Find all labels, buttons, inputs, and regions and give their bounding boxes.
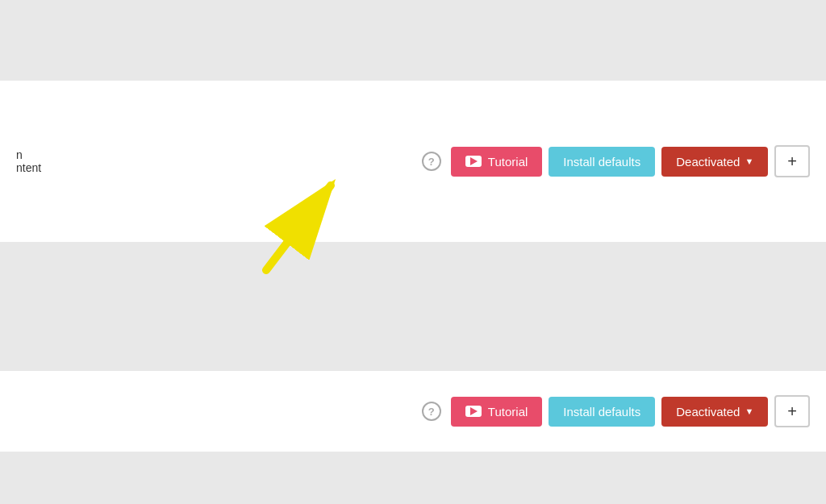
dropdown-arrow-top: ▼ (745, 156, 753, 166)
left-text-top: n ntent (16, 148, 41, 174)
btn-row-top: Tutorial Install defaults Deactivated ▼ … (451, 145, 810, 177)
page-wrapper: n ntent ? Tutorial Install defaults Deac… (0, 0, 826, 504)
dropdown-arrow-bottom: ▼ (745, 406, 753, 416)
tutorial-button-top[interactable]: Tutorial (451, 147, 542, 177)
plus-button-bottom[interactable]: + (774, 395, 810, 427)
card-bottom: ? Tutorial Install defaults Deactivated … (0, 371, 826, 452)
youtube-icon-top (465, 156, 482, 167)
question-icon-top[interactable]: ? (422, 152, 441, 171)
question-icon-bottom[interactable]: ? (422, 402, 441, 421)
install-defaults-button-top[interactable]: Install defaults (549, 147, 655, 177)
left-line-1: n (16, 148, 41, 161)
deactivated-button-top[interactable]: Deactivated ▼ (661, 147, 768, 177)
btn-row-bottom: Tutorial Install defaults Deactivated ▼ … (451, 395, 810, 427)
tutorial-button-bottom[interactable]: Tutorial (451, 397, 542, 427)
card-bottom-content: ? Tutorial Install defaults Deactivated … (0, 395, 826, 427)
install-defaults-button-bottom[interactable]: Install defaults (549, 397, 655, 427)
plus-button-top[interactable]: + (774, 145, 810, 177)
card-top-content: n ntent ? Tutorial Install defaults Deac… (0, 145, 826, 177)
youtube-icon-bottom (465, 406, 482, 417)
deactivated-button-bottom[interactable]: Deactivated ▼ (661, 397, 768, 427)
card-top: n ntent ? Tutorial Install defaults Deac… (0, 81, 826, 242)
left-line-2: ntent (16, 161, 41, 174)
